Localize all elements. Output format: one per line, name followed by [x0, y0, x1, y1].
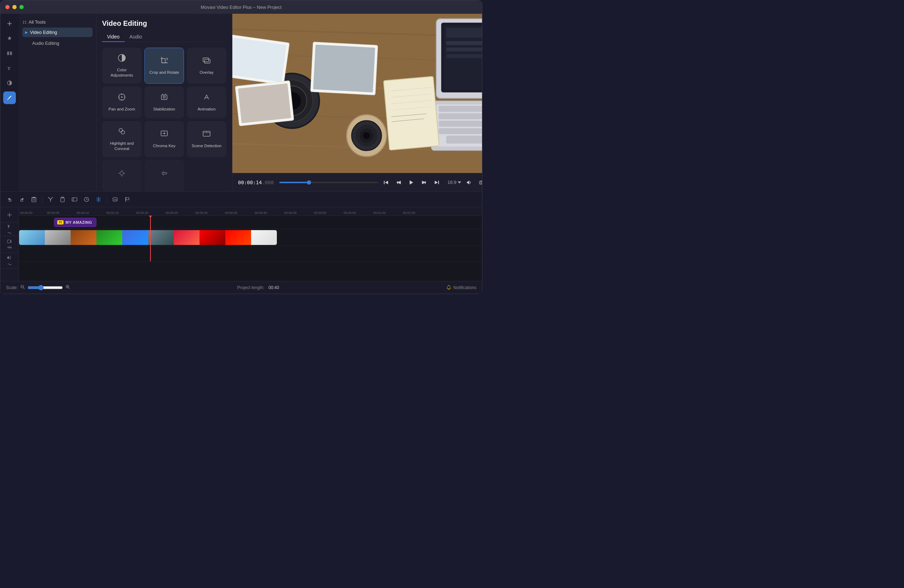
svg-rect-15 — [161, 95, 167, 99]
svg-rect-87 — [438, 181, 439, 184]
go-end-btn[interactable] — [432, 178, 442, 188]
title-track-row: Tt MY AMAZING — [19, 216, 482, 229]
time-display: 00:00:14.000 — [238, 180, 274, 185]
bottom-area: Tt T — [0, 191, 482, 294]
insert-title-btn[interactable]: Tt — [110, 194, 120, 205]
scale-slider[interactable] — [28, 285, 63, 290]
tab-audio[interactable]: Audio — [125, 32, 147, 42]
tool-color-adjustments[interactable]: ColorAdjustments — [102, 48, 142, 84]
project-length-label: Project length: — [237, 285, 264, 290]
clip-props-btn[interactable] — [69, 194, 80, 205]
svg-rect-80 — [384, 181, 384, 184]
speed-btn[interactable] — [81, 194, 92, 205]
animation-icon — [202, 93, 211, 104]
svg-text:Tt: Tt — [114, 199, 117, 201]
go-start-btn[interactable] — [381, 178, 391, 188]
timeline-content: 00:00:00 00:00:05 00:00:10 00:00:15 00:0… — [19, 207, 482, 281]
ruler-mark-25: 00:00:25 — [166, 211, 178, 214]
notifications-btn[interactable]: Notifications — [446, 285, 476, 290]
nav-arrow-icon: ▶ — [25, 30, 28, 34]
timeline-ruler: 00:00:00 00:00:05 00:00:10 00:00:15 00:0… — [19, 207, 482, 216]
tool-placeholder-2[interactable] — [144, 160, 184, 191]
play-btn[interactable] — [406, 178, 416, 188]
ruler-mark-30: 00:00:30 — [195, 211, 208, 214]
aspect-ratio-selector[interactable]: 16:9 — [447, 180, 461, 185]
minimize-button[interactable] — [13, 5, 17, 9]
ruler-mark-65: 00:01:05 — [403, 211, 415, 214]
scale-min-icon — [21, 285, 25, 290]
timeline-area: T — [0, 207, 482, 281]
video-clip[interactable] — [19, 230, 277, 245]
svg-rect-97 — [32, 198, 36, 202]
redo-btn[interactable] — [17, 194, 27, 205]
stabilization-icon — [160, 93, 169, 104]
tool-scene-detection[interactable]: Scene Detection — [187, 121, 226, 157]
tool-highlight-conceal[interactable]: Highlight and Conceal — [102, 121, 142, 157]
audio-split-btn[interactable] — [93, 194, 104, 205]
svg-point-119 — [8, 247, 9, 248]
volume-btn[interactable] — [464, 178, 474, 188]
delete-btn[interactable] — [28, 194, 39, 205]
all-tools-item[interactable]: All Tools — [22, 18, 93, 26]
prev-frame-btn[interactable] — [394, 178, 404, 188]
cut-btn[interactable] — [45, 194, 56, 205]
svg-rect-101 — [33, 197, 35, 198]
animation-label: Animation — [198, 107, 215, 112]
project-length-value: 00:40 — [269, 285, 279, 290]
video-thumb-6 — [148, 230, 174, 245]
sidebar-pin-btn[interactable] — [3, 32, 16, 45]
snapshot-btn[interactable] — [477, 178, 482, 188]
undo-btn[interactable] — [5, 194, 15, 205]
close-button[interactable] — [5, 5, 9, 9]
tool-chroma-key[interactable]: Chroma Key — [144, 121, 184, 157]
paste-btn[interactable] — [57, 194, 68, 205]
tool-stabilization[interactable]: Stabilization — [144, 87, 184, 118]
svg-rect-51 — [439, 121, 482, 127]
toolbar-sep-1 — [42, 196, 43, 203]
toolbar-sep-2 — [107, 196, 107, 203]
tool-overlay[interactable]: Overlay — [187, 48, 226, 84]
ruler-inner: 00:00:00 00:00:05 00:00:10 00:00:15 00:0… — [19, 207, 482, 215]
highlight-conceal-label: Highlight and Conceal — [105, 141, 139, 151]
tab-video[interactable]: Video — [102, 32, 125, 42]
panel-nav-video-editing[interactable]: ▶ Video Editing — [22, 28, 93, 37]
svg-rect-7 — [203, 58, 209, 62]
tool-animation[interactable]: Animation — [187, 87, 226, 118]
svg-rect-102 — [61, 198, 64, 202]
flag-btn[interactable] — [122, 194, 133, 205]
title-clip[interactable]: Tt MY AMAZING — [54, 218, 96, 227]
svg-rect-44 — [446, 41, 482, 45]
sidebar-tools-btn[interactable] — [3, 91, 16, 104]
sidebar-title-btn[interactable]: T — [3, 62, 16, 74]
sidebar-split-btn[interactable] — [3, 47, 16, 60]
progress-thumb[interactable] — [307, 180, 311, 184]
app-window: Movavi Video Editor Plus – New Project T — [0, 0, 482, 294]
audio-track-label — [0, 253, 18, 269]
add-track-btn[interactable] — [0, 207, 19, 223]
video-thumb-8 — [199, 230, 225, 245]
panel-nav-audio-editing[interactable]: Audio Editing — [22, 38, 93, 48]
progress-bar[interactable] — [279, 182, 378, 183]
sidebar-add-btn[interactable] — [3, 17, 16, 30]
next-frame-btn[interactable] — [419, 178, 429, 188]
svg-marker-86 — [425, 181, 426, 184]
ruler-mark-0: 00:00:00 — [20, 211, 33, 214]
time-current: 00:00:14 — [238, 180, 262, 185]
video-track-row — [19, 229, 482, 246]
playhead[interactable] — [150, 216, 151, 262]
svg-rect-76 — [313, 44, 375, 93]
tool-crop-rotate[interactable]: Crop and Rotate — [144, 48, 184, 84]
time-ms: .000 — [262, 180, 274, 185]
pan-zoom-icon — [117, 93, 126, 104]
svg-rect-46 — [446, 54, 482, 58]
tool-pan-zoom[interactable]: Pan and Zoom — [102, 87, 142, 118]
maximize-button[interactable] — [19, 5, 24, 9]
svg-point-63 — [363, 132, 370, 139]
svg-rect-3 — [10, 52, 12, 55]
tool-placeholder-1[interactable] — [102, 160, 142, 191]
ruler-mark-5: 00:00:05 — [47, 211, 59, 214]
timeline-toolbar: Tt — [0, 192, 482, 207]
sidebar-filter-btn[interactable] — [3, 77, 16, 89]
all-tools-label: All Tools — [28, 19, 46, 25]
svg-rect-2 — [7, 52, 9, 55]
